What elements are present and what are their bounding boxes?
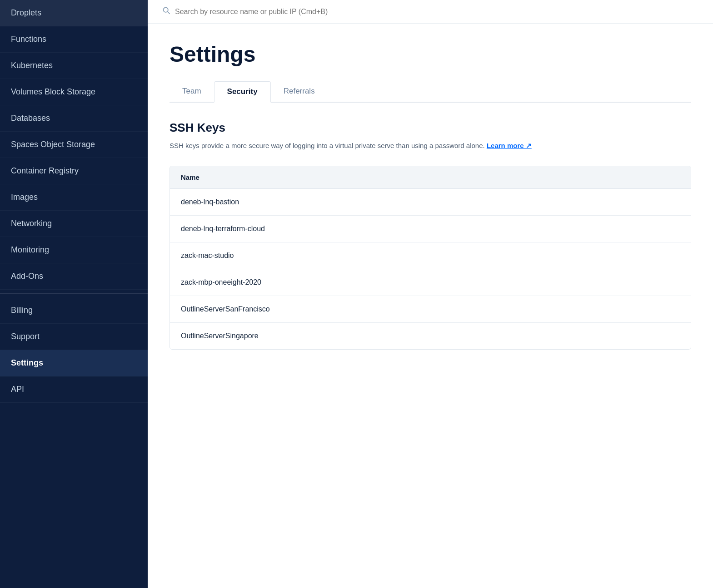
svg-line-1: [168, 12, 170, 14]
sidebar: DropletsFunctionsKubernetesVolumes Block…: [0, 0, 148, 588]
sidebar-item-support[interactable]: Support: [0, 324, 148, 350]
sidebar-item-droplets[interactable]: Droplets: [0, 0, 148, 26]
content-area: Settings TeamSecurityReferrals SSH Keys …: [148, 24, 713, 588]
sidebar-item-images[interactable]: Images: [0, 184, 148, 211]
sidebar-item-databases[interactable]: Databases: [0, 105, 148, 132]
sidebar-item-api[interactable]: API: [0, 376, 148, 403]
sidebar-item-networking[interactable]: Networking: [0, 211, 148, 237]
sidebar-item-billing[interactable]: Billing: [0, 297, 148, 324]
ssh-keys-section: SSH Keys SSH keys provide a more secure …: [170, 121, 691, 350]
sidebar-item-add-ons[interactable]: Add-Ons: [0, 263, 148, 290]
page-title: Settings: [170, 42, 691, 67]
tab-referrals[interactable]: Referrals: [271, 81, 328, 103]
table-header: Name: [170, 166, 691, 189]
table-row: zack-mbp-oneeight-2020: [170, 269, 691, 296]
sidebar-item-settings[interactable]: Settings: [0, 350, 148, 376]
sidebar-item-kubernetes[interactable]: Kubernetes: [0, 53, 148, 79]
table-row: deneb-lnq-terraform-cloud: [170, 216, 691, 242]
search-icon: [162, 6, 170, 17]
table-row: zack-mac-studio: [170, 242, 691, 269]
main-content: Settings TeamSecurityReferrals SSH Keys …: [148, 0, 713, 588]
ssh-keys-table: Name deneb-lnq-bastiondeneb-lnq-terrafor…: [170, 166, 691, 350]
sidebar-item-monitoring[interactable]: Monitoring: [0, 237, 148, 263]
table-row: deneb-lnq-bastion: [170, 189, 691, 216]
search-input[interactable]: [175, 8, 698, 16]
ssh-keys-description: SSH keys provide a more secure way of lo…: [170, 140, 691, 151]
tab-team[interactable]: Team: [170, 81, 214, 103]
sidebar-item-container-registry[interactable]: Container Registry: [0, 158, 148, 184]
learn-more-link[interactable]: Learn more ↗: [487, 142, 532, 149]
ssh-keys-title: SSH Keys: [170, 121, 691, 135]
table-row: OutlineServerSingapore: [170, 323, 691, 349]
sidebar-item-volumes-block-storage[interactable]: Volumes Block Storage: [0, 79, 148, 105]
tabs: TeamSecurityReferrals: [170, 81, 691, 103]
tab-security[interactable]: Security: [214, 81, 271, 103]
search-bar: [148, 0, 713, 24]
table-row: OutlineServerSanFrancisco: [170, 296, 691, 323]
sidebar-item-spaces-object-storage[interactable]: Spaces Object Storage: [0, 132, 148, 158]
sidebar-item-functions[interactable]: Functions: [0, 26, 148, 53]
